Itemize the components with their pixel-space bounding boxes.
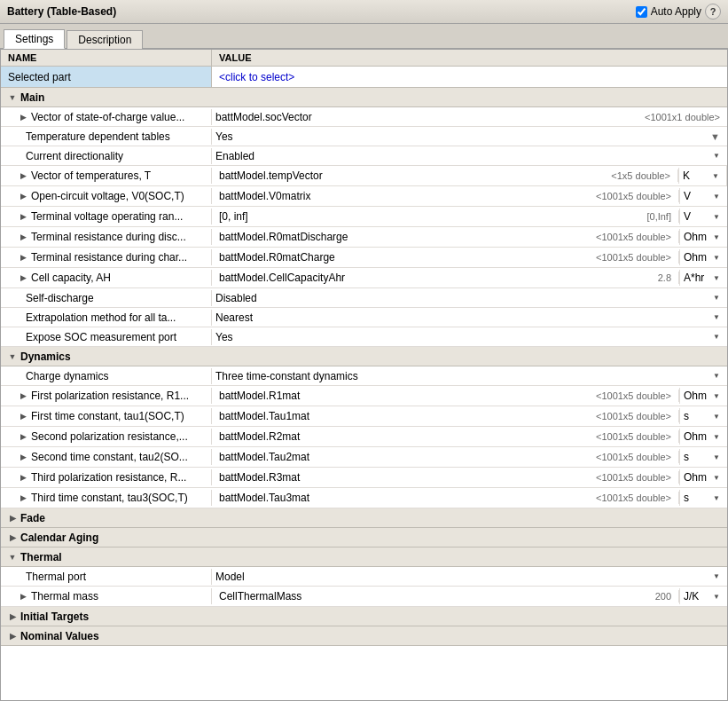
tau2mat-unit-dropdown[interactable]: ▼ — [713, 453, 720, 461]
row-temp-vector: ▶ Vector of temperatures, T battModel.te… — [1, 166, 727, 186]
self-discharge-dropdown[interactable]: ▼ — [713, 294, 724, 302]
tau3mat-unit-label: s — [684, 492, 689, 504]
charge-dyn-dropdown[interactable]: ▼ — [713, 372, 724, 380]
r0-charge-label: Terminal resistance during char... — [31, 251, 187, 264]
expand-cell-cap[interactable]: ▶ — [19, 273, 27, 282]
auto-apply-checkbox[interactable] — [636, 6, 647, 18]
temp-dep-dropdown[interactable]: ▼ — [710, 131, 724, 142]
auto-apply-label: Auto Apply — [651, 5, 701, 18]
r0-charge-value: battModel.R0matCharge — [219, 251, 335, 264]
expand-soc-vector[interactable]: ▶ — [19, 113, 27, 122]
section-thermal-header[interactable]: ▼ Thermal — [1, 547, 727, 567]
temp-vector-unit[interactable]: K ▼ — [678, 168, 723, 184]
r1mat-unit-label: Ohm — [684, 390, 707, 402]
terminal-range-dim: [0,Inf] — [646, 211, 675, 222]
r2mat-value: battModel.R2mat — [219, 430, 300, 443]
ocv-unit-label: V — [684, 190, 691, 202]
current-dir-dropdown[interactable]: ▼ — [713, 152, 724, 160]
thermal-mass-label: Thermal mass — [31, 590, 98, 603]
cell-cap-unit-dropdown[interactable]: ▼ — [713, 274, 720, 282]
expand-temp-vector[interactable]: ▶ — [19, 171, 27, 180]
expand-tau2mat[interactable]: ▶ — [19, 453, 27, 461]
help-button[interactable]: ? — [705, 4, 721, 20]
r1mat-dim: <1001x5 double> — [596, 390, 675, 401]
section-dynamics-label: Dynamics — [20, 350, 71, 363]
r2mat-unit-dropdown[interactable]: ▼ — [713, 433, 720, 441]
expand-r2mat[interactable]: ▶ — [19, 432, 27, 441]
row-thermal-mass: ▶ Thermal mass CellThermalMass 200 J/K ▼ — [1, 587, 727, 607]
tau3mat-unit[interactable]: s ▼ — [679, 490, 724, 506]
row-tau3mat: ▶ Third time constant, tau3(SOC,T) battM… — [1, 488, 727, 508]
r1mat-value: battModel.R1mat — [219, 390, 300, 402]
section-dynamics-header[interactable]: ▼ Dynamics — [1, 347, 727, 366]
section-thermal-label: Thermal — [20, 551, 62, 563]
tau1mat-unit-dropdown[interactable]: ▼ — [713, 413, 720, 421]
expand-r0-charge[interactable]: ▶ — [19, 253, 27, 262]
thermal-mass-unit[interactable]: J/K ▼ — [679, 588, 724, 604]
terminal-range-unit-dropdown[interactable]: ▼ — [713, 213, 720, 221]
thermal-port-dropdown[interactable]: ▼ — [713, 572, 724, 580]
section-initial-targets-header[interactable]: ▶ Initial Targets — [1, 607, 727, 626]
expose-soc-dropdown[interactable]: ▼ — [713, 333, 724, 341]
ocv-dim: <1001x5 double> — [596, 191, 675, 201]
row-tau2mat: ▶ Second time constant, tau2(SO... battM… — [1, 447, 727, 468]
tau2mat-unit-label: s — [684, 451, 689, 463]
expose-soc-label: Expose SOC measurement port — [26, 331, 176, 343]
expand-tau3mat[interactable]: ▶ — [19, 493, 27, 502]
ocv-unit[interactable]: V ▼ — [679, 188, 724, 204]
section-calendar-label: Calendar Aging — [20, 532, 98, 544]
terminal-range-unit[interactable]: V ▼ — [679, 209, 724, 224]
r2mat-unit[interactable]: Ohm ▼ — [679, 429, 724, 445]
r1mat-unit-dropdown[interactable]: ▼ — [713, 392, 720, 400]
cell-cap-unit[interactable]: A*hr ▼ — [679, 270, 724, 286]
expand-r1mat[interactable]: ▶ — [19, 391, 27, 400]
r3mat-unit[interactable]: Ohm ▼ — [679, 469, 724, 485]
selected-part-click[interactable]: <click to select> — [219, 71, 294, 83]
row-terminal-range: ▶ Terminal voltage operating ran... [0, … — [1, 207, 727, 227]
row-self-discharge: Self-discharge Disabled ▼ — [1, 288, 727, 308]
ocv-unit-dropdown[interactable]: ▼ — [713, 193, 720, 201]
expand-ocv[interactable]: ▶ — [19, 192, 27, 201]
expand-tau1mat[interactable]: ▶ — [19, 412, 27, 421]
temp-vector-dim: <1x5 double> — [611, 170, 674, 181]
r0-charge-unit-label: Ohm — [684, 251, 707, 264]
r3mat-dim: <1001x5 double> — [596, 472, 675, 483]
extrap-dropdown[interactable]: ▼ — [713, 313, 724, 321]
tau2mat-unit[interactable]: s ▼ — [679, 449, 724, 465]
r3mat-unit-dropdown[interactable]: ▼ — [713, 474, 720, 482]
section-fade-header[interactable]: ▶ Fade — [1, 508, 727, 528]
r1mat-unit[interactable]: Ohm ▼ — [679, 388, 724, 404]
tau1mat-unit[interactable]: s ▼ — [679, 408, 724, 424]
thermal-mass-unit-dropdown[interactable]: ▼ — [713, 593, 720, 601]
tab-description[interactable]: Description — [67, 30, 143, 49]
r0-charge-dim: <1001x5 double> — [596, 252, 675, 263]
temp-vector-unit-dropdown[interactable]: ▼ — [712, 172, 719, 180]
thermal-port-label: Thermal port — [26, 571, 86, 583]
expand-thermal-mass[interactable]: ▶ — [19, 592, 27, 601]
expand-r3mat[interactable]: ▶ — [19, 473, 27, 482]
soc-vector-label: Vector of state-of-charge value... — [31, 111, 184, 123]
r0-discharge-unit-dropdown[interactable]: ▼ — [713, 233, 720, 241]
tau1mat-value: battModel.Tau1mat — [219, 410, 309, 422]
expand-terminal-range[interactable]: ▶ — [19, 212, 27, 221]
tab-settings[interactable]: Settings — [4, 29, 65, 49]
expand-r0-discharge[interactable]: ▶ — [19, 232, 27, 241]
extrap-value: Nearest — [215, 311, 253, 324]
cell-cap-label: Cell capacity, AH — [31, 272, 111, 284]
selected-part-value[interactable]: <click to select> — [212, 67, 727, 87]
section-nominal-values-header[interactable]: ▶ Nominal Values — [1, 626, 727, 646]
selected-part-row: Selected part <click to select> — [1, 67, 727, 88]
r0-discharge-unit[interactable]: Ohm ▼ — [679, 229, 724, 245]
tau3mat-unit-dropdown[interactable]: ▼ — [713, 494, 720, 502]
section-main-header[interactable]: ▼ Main — [1, 88, 727, 107]
r0-charge-unit-dropdown[interactable]: ▼ — [713, 254, 720, 262]
row-current-dir: Current directionality Enabled ▼ — [1, 146, 727, 166]
r0-discharge-value: battModel.R0matDischarge — [219, 231, 348, 243]
section-calendar-header[interactable]: ▶ Calendar Aging — [1, 528, 727, 547]
col-name-header: NAME — [1, 50, 212, 66]
r0-charge-unit[interactable]: Ohm ▼ — [679, 249, 724, 265]
section-nominal-values-arrow: ▶ — [8, 632, 17, 641]
section-calendar-arrow: ▶ — [8, 533, 17, 542]
section-dynamics-arrow: ▼ — [8, 352, 17, 361]
section-nominal-values-label: Nominal Values — [20, 630, 99, 642]
